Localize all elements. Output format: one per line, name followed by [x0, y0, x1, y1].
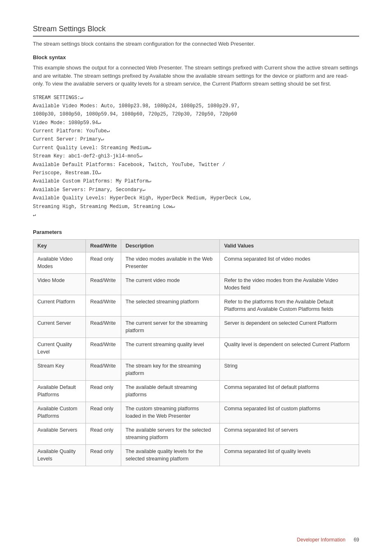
table-row: Current ServerRead/WriteThe current serv… — [33, 317, 359, 338]
code-line: Video Mode: 1080p59.94↵ — [33, 119, 359, 127]
cell-key: Available Custom Platforms — [33, 402, 86, 423]
table-row: Available Video ModesRead onlyThe video … — [33, 252, 359, 274]
parameters-table: Key Read/Write Description Valid Values … — [33, 239, 359, 466]
col-rw: Read/Write — [86, 240, 121, 252]
cell-valid-values: Refer to the video modes from the Availa… — [220, 274, 359, 295]
cell-key: Current Platform — [33, 295, 86, 317]
code-line: Available Quality Levels: HyperDeck High… — [33, 194, 359, 202]
cell-valid-values: Comma separated list of video modes — [220, 252, 359, 274]
cell-description: The current server for the streaming pla… — [121, 317, 220, 338]
cell-rw: Read only — [86, 402, 121, 423]
page-number: 69 — [354, 537, 359, 543]
cell-description: The current streaming quality level — [121, 338, 220, 359]
code-line: STREAM SETTINGS:↵ — [33, 94, 359, 102]
cell-rw: Read only — [86, 423, 121, 445]
table-row: Current Quality LevelRead/WriteThe curre… — [33, 338, 359, 359]
col-description: Description — [121, 240, 220, 252]
cell-key: Current Server — [33, 317, 86, 338]
cell-valid-values: String — [220, 359, 359, 381]
table-row: Available Custom PlatformsRead onlyThe c… — [33, 402, 359, 423]
table-header-row: Key Read/Write Description Valid Values — [33, 240, 359, 252]
code-line: Stream Key: abc1-def2-ghi3-jkl4-mno5↵ — [33, 152, 359, 160]
col-key: Key — [33, 240, 86, 252]
cell-key: Available Quality Levels — [33, 445, 86, 466]
table-row: Available ServersRead onlyThe available … — [33, 423, 359, 445]
parameters-label: Parameters — [33, 229, 359, 235]
cell-rw: Read/Write — [86, 295, 121, 317]
cell-rw: Read only — [86, 381, 121, 402]
cell-valid-values: Quality level is dependent on selected C… — [220, 338, 359, 359]
col-valid-values: Valid Values — [220, 240, 359, 252]
code-line: 1080p30, 1080p50, 1080p59.94, 1080p60, 7… — [33, 110, 359, 118]
cell-valid-values: Refer to the platforms from the Availabl… — [220, 295, 359, 317]
page-footer: Developer Information 69 — [297, 537, 359, 543]
cell-description: The current video mode — [121, 274, 220, 295]
cell-valid-values: Server is dependent on selected Current … — [220, 317, 359, 338]
cell-description: The selected streaming platform — [121, 295, 220, 317]
code-line: Available Default Platforms: Facebook, T… — [33, 161, 359, 169]
cell-description: The available quality levels for the sel… — [121, 445, 220, 466]
cell-rw: Read/Write — [86, 338, 121, 359]
cell-description: The available servers for the selected s… — [121, 423, 220, 445]
table-row: Available Quality LevelsRead onlyThe ava… — [33, 445, 359, 466]
code-line: Streaming High, Streaming Medium, Stream… — [33, 203, 359, 211]
block-syntax-description: This example shows the output for a conn… — [33, 64, 359, 88]
cell-description: The video modes available in the Web Pre… — [121, 252, 220, 274]
cell-key: Available Servers — [33, 423, 86, 445]
code-line: Periscope, Restream.IO↵ — [33, 169, 359, 177]
cell-valid-values: Comma separated list of quality levels — [220, 445, 359, 466]
code-line: Current Server: Primary↵ — [33, 135, 359, 143]
table-row: Available Default PlatformsRead onlyThe … — [33, 381, 359, 402]
code-line: Available Servers: Primary, Secondary↵ — [33, 186, 359, 194]
table-row: Video ModeRead/WriteThe current video mo… — [33, 274, 359, 295]
cell-rw: Read/Write — [86, 359, 121, 381]
cell-rw: Read only — [86, 445, 121, 466]
cell-valid-values: Comma separated list of custom platforms — [220, 402, 359, 423]
cell-key: Available Video Modes — [33, 252, 86, 274]
section-description: The stream settings block contains the s… — [33, 41, 359, 47]
cell-key: Video Mode — [33, 274, 86, 295]
code-line: Available Video Modes: Auto, 1080p23.98,… — [33, 102, 359, 110]
section-title: Stream Settings Block — [33, 25, 359, 37]
block-syntax-label: Block syntax — [33, 54, 359, 60]
table-row: Current PlatformRead/WriteThe selected s… — [33, 295, 359, 317]
code-line: Current Platform: YouTube↵ — [33, 127, 359, 135]
code-line: ↵ — [33, 211, 359, 219]
cell-description: The available default streaming platform… — [121, 381, 220, 402]
cell-key: Stream Key — [33, 359, 86, 381]
code-line: Current Quality Level: Streaming Medium↵ — [33, 144, 359, 152]
table-row: Stream KeyRead/WriteThe stream key for t… — [33, 359, 359, 381]
cell-rw: Read/Write — [86, 274, 121, 295]
cell-valid-values: Comma separated list of default platform… — [220, 381, 359, 402]
cell-rw: Read/Write — [86, 317, 121, 338]
page-container: Stream Settings Block The stream setting… — [0, 0, 392, 499]
code-line: Available Custom Platforms: My Platform↵ — [33, 177, 359, 185]
cell-description: The stream key for the streaming platfor… — [121, 359, 220, 381]
cell-description: The custom streaming platforms loaded in… — [121, 402, 220, 423]
cell-key: Available Default Platforms — [33, 381, 86, 402]
code-block: STREAM SETTINGS:↵Available Video Modes: … — [33, 94, 359, 220]
cell-valid-values: Comma separated list of servers — [220, 423, 359, 445]
cell-key: Current Quality Level — [33, 338, 86, 359]
developer-information-link[interactable]: Developer Information — [297, 537, 346, 543]
cell-rw: Read only — [86, 252, 121, 274]
